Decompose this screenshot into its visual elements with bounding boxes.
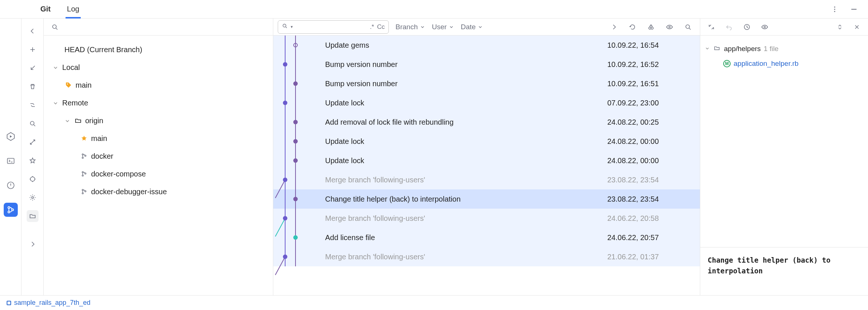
- history-icon[interactable]: [742, 22, 752, 32]
- commit-row[interactable]: Merge branch 'following-users'24.06.22, …: [273, 209, 700, 228]
- expand-all-icon[interactable]: [835, 22, 845, 32]
- svg-point-10: [11, 209, 13, 211]
- chevron-down-icon: [64, 117, 71, 124]
- branch-origin-main[interactable]: main: [44, 129, 273, 147]
- favorite-icon[interactable]: [27, 155, 39, 166]
- changed-files-folder[interactable]: app/helpers 1 file: [705, 41, 864, 56]
- commit-row[interactable]: Bump version number10.09.22, 16:52: [273, 55, 700, 74]
- problems-icon[interactable]: [4, 178, 18, 192]
- commit-row[interactable]: Add removal of lock file with rebundling…: [273, 112, 700, 132]
- commit-message-cell: Update lock: [325, 137, 607, 146]
- terminal-icon[interactable]: [4, 154, 18, 168]
- svg-point-20: [82, 175, 84, 176]
- commit-message-cell: Change title helper (back) to interpolat…: [325, 195, 607, 203]
- back-icon[interactable]: [27, 25, 39, 37]
- run-icon[interactable]: [4, 129, 18, 144]
- project-name[interactable]: sample_rails_app_7th_ed: [14, 299, 90, 307]
- settings-icon[interactable]: [27, 192, 39, 203]
- svg-rect-3: [851, 9, 857, 10]
- tab-git[interactable]: Git: [39, 0, 52, 18]
- branch-remote-item[interactable]: docker-compose: [44, 165, 273, 183]
- commit-date-cell: 24.08.22, 00:25: [607, 118, 700, 127]
- commit-message-cell: Update lock: [325, 99, 607, 107]
- close-icon[interactable]: [852, 22, 862, 32]
- file-name: application_helper.rb: [734, 60, 798, 68]
- search-icon[interactable]: [27, 118, 39, 129]
- tree-local[interactable]: Local: [44, 58, 273, 76]
- ide-left-rail: [0, 18, 21, 295]
- commit-row[interactable]: Merge branch 'following-users'21.06.22, …: [273, 247, 700, 266]
- folder-icon: [74, 117, 82, 125]
- branches-view-icon[interactable]: [27, 210, 39, 222]
- undo-icon[interactable]: [724, 22, 734, 32]
- regex-toggle[interactable]: .*: [370, 23, 374, 31]
- forward-icon[interactable]: [27, 238, 39, 250]
- more-vert-icon[interactable]: [829, 4, 840, 14]
- commit-date-cell: 24.06.22, 20:58: [607, 214, 700, 223]
- changed-file[interactable]: M application_helper.rb: [705, 56, 864, 71]
- chevron-down-icon: [705, 45, 711, 53]
- add-icon[interactable]: [27, 44, 39, 55]
- commit-row[interactable]: Merge branch 'following-users'23.08.22, …: [273, 170, 700, 189]
- eye-icon[interactable]: [760, 22, 770, 32]
- commit-row[interactable]: Update lock24.08.22, 00:00: [273, 151, 700, 170]
- branch-icon: [80, 188, 88, 196]
- log-search-input[interactable]: ▾ .* Cc: [278, 20, 389, 34]
- commit-graph: [273, 228, 325, 247]
- svg-point-19: [82, 172, 84, 173]
- commit-graph: [273, 189, 325, 209]
- commit-graph: [273, 93, 325, 112]
- match-case-toggle[interactable]: Cc: [377, 23, 385, 31]
- commit-graph: [273, 55, 325, 74]
- branch-remote-item[interactable]: docker: [44, 147, 273, 165]
- commit-message-cell: Bump version number: [325, 60, 607, 69]
- branch-remote-item[interactable]: docker-debugger-issue: [44, 183, 273, 201]
- local-label: Local: [62, 63, 80, 72]
- commit-message-cell: Update lock: [325, 156, 607, 165]
- refresh-icon[interactable]: [627, 22, 638, 32]
- commit-date-cell: 10.09.22, 16:52: [607, 60, 700, 69]
- commit-message-cell: Merge branch 'following-users': [325, 214, 607, 223]
- tab-log[interactable]: Log: [66, 0, 81, 18]
- svg-point-28: [669, 26, 670, 28]
- commit-date-cell: 24.06.22, 20:57: [607, 233, 700, 242]
- svg-point-25: [283, 24, 286, 27]
- tree-origin[interactable]: origin: [44, 112, 273, 129]
- commit-row[interactable]: Add license file24.06.22, 20:57: [273, 228, 700, 247]
- commit-row[interactable]: Change title helper (back) to interpolat…: [273, 189, 700, 209]
- update-icon[interactable]: [27, 62, 39, 74]
- tree-head[interactable]: HEAD (Current Branch): [44, 41, 273, 58]
- commit-row[interactable]: Update lock24.08.22, 00:00: [273, 132, 700, 151]
- svg-point-17: [82, 157, 84, 159]
- commit-graph: [273, 247, 325, 266]
- expand-icon[interactable]: [27, 136, 39, 148]
- commit-row[interactable]: Update gems10.09.22, 16:54: [273, 36, 700, 55]
- branch-icon: [80, 152, 88, 160]
- status-bar: sample_rails_app_7th_ed: [0, 295, 868, 310]
- search-icon[interactable]: [50, 22, 60, 32]
- go-to-hash-icon[interactable]: [609, 22, 619, 32]
- branch-label: docker: [91, 152, 113, 161]
- compare-branches-icon[interactable]: [27, 99, 39, 111]
- commit-row[interactable]: Bump version number10.09.22, 16:51: [273, 74, 700, 93]
- filter-user[interactable]: User: [432, 23, 454, 31]
- svg-point-22: [82, 189, 84, 191]
- eye-icon[interactable]: [664, 22, 675, 32]
- filter-date[interactable]: Date: [461, 23, 483, 31]
- branch-local-main[interactable]: main: [44, 76, 273, 94]
- branch-label: docker-compose: [91, 170, 146, 178]
- vcs-icon[interactable]: [4, 203, 18, 217]
- compare-icon[interactable]: [706, 22, 717, 32]
- filter-branch[interactable]: Branch: [395, 23, 425, 31]
- target-icon[interactable]: [27, 173, 39, 185]
- search-icon[interactable]: [683, 22, 693, 32]
- commit-row[interactable]: Update lock07.09.22, 23:00: [273, 93, 700, 112]
- commit-message-cell: Add license file: [325, 233, 607, 242]
- tree-remote[interactable]: Remote: [44, 94, 273, 112]
- branch-label: docker-debugger-issue: [91, 188, 167, 196]
- commit-message: Change title helper (back) to interpolat…: [700, 247, 868, 295]
- delete-icon[interactable]: [27, 81, 39, 92]
- minimize-icon[interactable]: [849, 4, 859, 14]
- commit-date-cell: 24.08.22, 00:00: [607, 137, 700, 146]
- cherry-pick-icon[interactable]: [646, 22, 656, 32]
